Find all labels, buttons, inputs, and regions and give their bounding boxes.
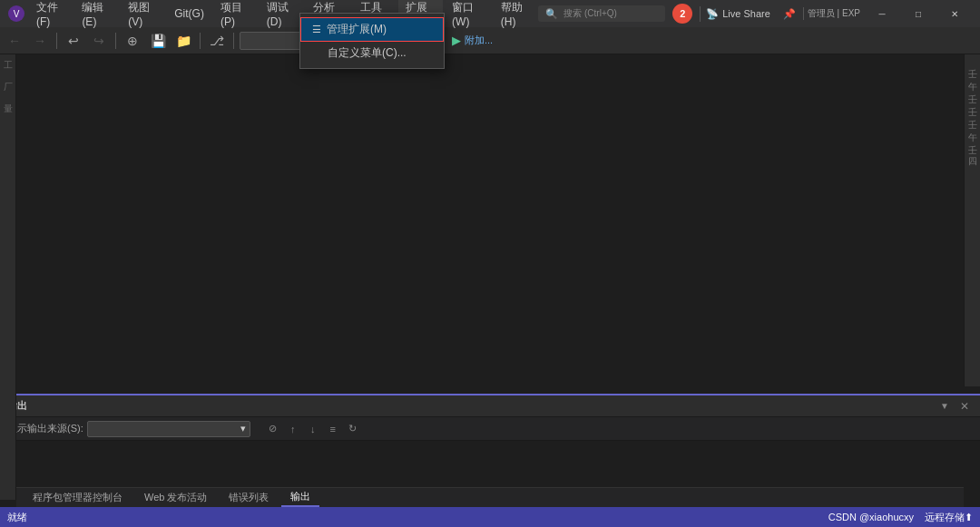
panel-close-button[interactable]: ✕ <box>956 398 973 415</box>
svg-text:V: V <box>14 9 20 19</box>
maximize-button[interactable]: □ <box>900 0 936 27</box>
right-sidebar-item-4[interactable]: 壬 <box>966 96 979 103</box>
toolbar-separator-4 <box>233 33 234 49</box>
menu-view[interactable]: 视图(V) <box>121 0 165 30</box>
output-list-button[interactable]: ≡ <box>325 421 341 437</box>
title-bar: V 文件(F) 编辑(E) 视图(V) Git(G) 项目(P) 调试(D) 分… <box>0 0 980 27</box>
manage-extensions-item[interactable]: ☰ 管理扩展(M) <box>300 17 444 42</box>
manage-extensions-icon: ☰ <box>312 24 321 35</box>
close-button[interactable]: ✕ <box>936 0 973 27</box>
toolbar-separator-1 <box>56 33 57 49</box>
menu-git[interactable]: Git(G) <box>167 5 211 22</box>
menu-debug[interactable]: 调试(D) <box>260 0 304 30</box>
output-clear-button[interactable]: ⊘ <box>265 421 281 437</box>
right-sidebar-item-7[interactable]: 壬 <box>966 134 979 142</box>
status-ready[interactable]: 就绪 <box>7 511 27 524</box>
search-placeholder: 搜索 (Ctrl+Q) <box>564 7 617 20</box>
redo-button[interactable]: ↪ <box>88 31 110 51</box>
panel-controls: ▼ ✕ <box>936 398 973 415</box>
output-down-button[interactable]: ↓ <box>305 421 321 437</box>
output-source-select[interactable]: ▾ <box>87 421 250 437</box>
toolbar-separator-2 <box>115 33 116 49</box>
right-sidebar-item-5[interactable]: 壬 <box>966 109 979 116</box>
sidebar-icon-3[interactable]: 量 <box>1 102 15 116</box>
play-label: 附加... <box>465 34 493 47</box>
search-box[interactable]: 🔍 搜索 (Ctrl+Q) <box>538 5 665 22</box>
app-logo: V <box>7 5 25 23</box>
play-icon: ▶ <box>452 34 461 47</box>
right-sidebar: 壬 午 壬 壬 壬 午 壬 四 <box>964 54 980 386</box>
play-button[interactable]: ▶ 附加... <box>446 34 498 47</box>
pin-icon: 📌 <box>783 8 796 20</box>
window-controls: ─ □ ✕ <box>864 0 973 27</box>
title-bar-right: 🔍 搜索 (Ctrl+Q) 2 📡 Live Share 📌 管理员 | EXP <box>538 4 864 24</box>
user-label: 管理员 | EXP <box>803 7 864 20</box>
panel-collapse-button[interactable]: ▼ <box>936 398 953 415</box>
sidebar-icon-1[interactable]: 工 <box>1 58 15 73</box>
output-toolbar: 显示输出来源(S): ▾ ⊘ ↑ ↓ ≡ ↻ <box>0 417 980 441</box>
right-sidebar-item-1[interactable]: 壬 <box>966 58 979 65</box>
new-file-button[interactable]: ⊕ <box>122 31 143 51</box>
toolbar: ← → ↩ ↪ ⊕ 💾 📁 ⎇ ▾ ▶ 附加... <box>0 27 980 54</box>
undo-button[interactable]: ↩ <box>63 31 84 51</box>
tab-package-manager[interactable]: 程序包管理器控制台 <box>24 489 132 506</box>
toolbar-separator-3 <box>200 33 201 49</box>
manage-extensions-label: 管理扩展(M) <box>327 22 387 37</box>
menu-help[interactable]: 帮助(H) <box>494 0 538 30</box>
forward-button[interactable]: → <box>29 31 51 51</box>
menu-bar: 文件(F) 编辑(E) 视图(V) Git(G) 项目(P) 调试(D) 分析(… <box>29 0 538 30</box>
menu-file[interactable]: 文件(F) <box>29 0 73 30</box>
source-arrow-icon: ▾ <box>240 423 246 434</box>
live-share-button[interactable]: 📡 Live Share <box>700 6 776 22</box>
menu-window[interactable]: 窗口(W) <box>445 0 492 30</box>
extensions-popup-menu: ☰ 管理扩展(M) 自定义菜单(C)... <box>299 13 445 69</box>
open-folder-button[interactable]: 📁 <box>172 31 194 51</box>
sidebar-icon-2[interactable]: 厂 <box>1 80 15 94</box>
output-up-button[interactable]: ↑ <box>285 421 301 437</box>
back-button[interactable]: ← <box>4 31 25 51</box>
menu-edit[interactable]: 编辑(E) <box>74 0 119 30</box>
git-button[interactable]: ⎇ <box>206 31 228 51</box>
customize-menu-label: 自定义菜单(C)... <box>328 45 407 61</box>
source-label: 显示输出来源(S): <box>7 422 83 435</box>
right-sidebar-item-2[interactable]: 午 <box>966 71 979 78</box>
customize-menu-item[interactable]: 自定义菜单(C)... <box>300 42 444 64</box>
bottom-tabs: 程序包管理器控制台 Web 发布活动 错误列表 输出 <box>16 487 964 507</box>
right-sidebar-item-8[interactable]: 四 <box>966 147 979 154</box>
broadcast-icon: 📡 <box>706 8 719 20</box>
menu-project[interactable]: 项目(P) <box>213 0 258 30</box>
tab-error-list[interactable]: 错误列表 <box>220 489 278 506</box>
status-remote[interactable]: 远程存储⬆ <box>925 511 973 524</box>
main-editor <box>16 54 964 414</box>
right-sidebar-item-3[interactable]: 壬 <box>966 83 979 91</box>
search-icon: 🔍 <box>545 8 558 20</box>
output-refresh-button[interactable]: ↻ <box>345 421 361 437</box>
tab-web-publish[interactable]: Web 发布活动 <box>135 489 216 506</box>
account-badge[interactable]: 2 <box>672 4 692 24</box>
status-csdn[interactable]: CSDN @xiaohucxy <box>828 512 914 522</box>
left-sidebar: 工 厂 量 <box>0 54 16 500</box>
tab-output[interactable]: 输出 <box>281 488 319 507</box>
save-button[interactable]: 💾 <box>147 31 169 51</box>
minimize-button[interactable]: ─ <box>864 0 900 27</box>
live-share-label: Live Share <box>722 8 770 19</box>
status-right: CSDN @xiaohucxy 远程存储⬆ <box>828 511 973 524</box>
bottom-panel-header: 输出 ▼ ✕ <box>0 395 980 417</box>
right-sidebar-item-6[interactable]: 午 <box>966 122 979 129</box>
status-bar: 就绪 CSDN @xiaohucxy 远程存储⬆ <box>0 507 980 527</box>
